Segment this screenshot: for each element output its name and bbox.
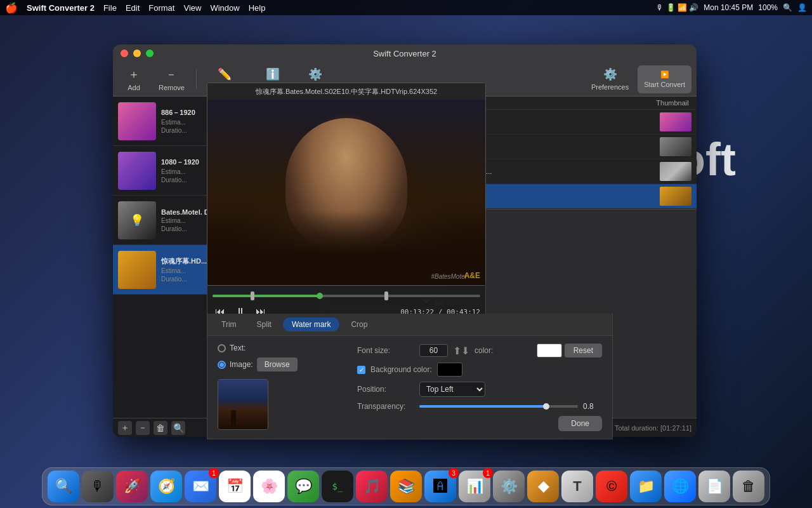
transparency-thumb[interactable] — [543, 403, 549, 410]
app-name[interactable]: Swift Converter 2 — [27, 3, 95, 13]
position-row: Position: Top Left Top Right Bottom Left… — [357, 382, 602, 397]
dock-messages[interactable]: 💬 — [287, 471, 319, 502]
dock-migration[interactable]: 📁 — [630, 471, 662, 502]
close-button[interactable] — [121, 50, 128, 57]
transparency-slider[interactable] — [419, 405, 578, 408]
window-controls — [121, 50, 154, 57]
appstore-badge: 3 — [449, 468, 459, 478]
bg-color-row: Background color: — [357, 363, 602, 377]
progress-track[interactable] — [213, 295, 480, 297]
position-select[interactable]: Top Left Top Right Bottom Left Bottom Ri… — [419, 382, 485, 397]
trim-handle-right[interactable] — [384, 291, 388, 300]
dock-siri[interactable]: 🎙 — [82, 471, 114, 502]
mail-icon: ✉️ — [192, 478, 209, 495]
cleanmymac-icon: 🌐 — [672, 478, 689, 495]
done-button[interactable]: Done — [558, 416, 602, 431]
video-frame[interactable]: #BatesMotel A&E — [207, 100, 485, 285]
appstore-icon: 🅰 — [433, 478, 447, 495]
sysprefs-icon: ⚙️ — [501, 478, 518, 495]
reset-button[interactable]: Reset — [565, 344, 602, 358]
bg-color-swatch[interactable] — [437, 363, 462, 377]
dock-activity[interactable]: 📊 1 — [459, 471, 490, 502]
dock-calendar[interactable]: 📅 — [219, 471, 251, 502]
color-swatch[interactable] — [537, 344, 562, 358]
menu-help[interactable]: Help — [249, 3, 266, 13]
video-title-bar: 惊魂序幕.Bates.Motel.S02E10.中笑字幕.HDTVrip.624… — [207, 83, 485, 100]
dock-trash[interactable]: 🗑 — [733, 471, 764, 502]
tab-crop[interactable]: Crop — [342, 318, 376, 331]
title-bar: Swift Converter 2 — [113, 44, 697, 62]
dock-music[interactable]: 🎵 — [356, 471, 388, 502]
dock-finder[interactable]: 🔍 — [48, 471, 79, 502]
migration-icon: 📁 — [638, 478, 655, 495]
dock-sublime[interactable]: ◆ — [527, 471, 559, 502]
browse-button[interactable]: Browse — [257, 358, 298, 371]
menu-format[interactable]: Format — [148, 3, 174, 13]
dock-launchpad[interactable]: 🚀 — [116, 471, 148, 502]
menu-file[interactable]: File — [103, 3, 117, 13]
image-radio-label[interactable]: Image: Browse — [218, 358, 344, 371]
dock-photos[interactable]: 🌸 — [253, 471, 285, 502]
dock: 🔍 🎙 🚀 🧭 ✉️ 1 📅 🌸 💬 — [42, 467, 770, 505]
text-radio[interactable] — [218, 344, 226, 352]
preview-tree — [231, 410, 236, 429]
dock-typora[interactable]: T — [561, 471, 593, 502]
position-label: Position: — [357, 385, 414, 394]
trim-handle-left[interactable] — [251, 291, 254, 300]
activity-badge: 1 — [483, 468, 493, 478]
font-size-label: Font size: — [357, 346, 414, 355]
video-content — [207, 100, 485, 285]
menubar-search-icon[interactable]: 🔍 — [783, 3, 792, 12]
tab-split[interactable]: Split — [248, 318, 280, 331]
zoom-button[interactable]: 🔍 — [171, 421, 185, 435]
dock-fileinfo[interactable]: 📄 — [698, 471, 730, 502]
menu-edit[interactable]: Edit — [126, 3, 140, 13]
tab-watermark[interactable]: Water mark — [283, 318, 340, 331]
menu-window[interactable]: Window — [210, 3, 239, 13]
media-info-icon: ℹ️ — [266, 67, 280, 81]
trash-icon: 🗑 — [742, 478, 756, 495]
apple-menu-icon[interactable]: 🍎 — [5, 2, 18, 14]
transparency-label: Transparency: — [357, 402, 414, 411]
font-size-input[interactable]: 60 — [419, 344, 448, 357]
sublime-icon: ◆ — [538, 478, 549, 495]
dock-books[interactable]: 📚 — [390, 471, 422, 502]
thumb-img-4 — [660, 187, 691, 206]
dock-cleanmymac[interactable]: 🌐 — [664, 471, 696, 502]
start-convert-button[interactable]: ▶️ Start Convert — [638, 65, 691, 93]
add-button[interactable]: ＋ Add — [118, 65, 150, 93]
dock-safari[interactable]: 🧭 — [150, 471, 182, 502]
menubar-time: Mon 10:45 PM — [704, 3, 753, 12]
watermark-type-group: Text: Image: Browse — [218, 344, 344, 371]
delete-file-button[interactable]: 🗑 — [154, 421, 167, 435]
channel-logo: A&E — [464, 271, 480, 280]
dock-appstore[interactable]: 🅰 3 — [424, 471, 456, 502]
launchpad-icon: 🚀 — [124, 478, 141, 495]
mail-badge: 1 — [209, 468, 219, 478]
edit-media-icon: ✏️ — [218, 67, 232, 81]
tab-trim[interactable]: Trim — [213, 318, 246, 331]
add-icon: ＋ — [128, 67, 140, 82]
dock-terminal[interactable]: $_ — [322, 471, 353, 502]
start-convert-label: Start Convert — [644, 81, 685, 88]
remove-button[interactable]: － Remove — [152, 65, 191, 93]
text-radio-label[interactable]: Text: — [218, 344, 344, 352]
video-player: 惊魂序幕.Bates.Motel.S02E10.中笑字幕.HDTVrip.624… — [207, 83, 486, 286]
preferences-button[interactable]: ⚙️ Preferences — [585, 65, 635, 93]
status-bar-buttons: ＋ － 🗑 🔍 — [118, 421, 185, 435]
dock-pocket[interactable]: © — [596, 471, 627, 502]
progress-thumb[interactable] — [317, 293, 323, 299]
menubar-user-icon[interactable]: 👤 — [797, 3, 807, 12]
remove-file-button[interactable]: － — [136, 421, 150, 435]
dock-sysprefs[interactable]: ⚙️ — [493, 471, 525, 502]
maximize-button[interactable] — [146, 50, 154, 57]
dock-mail[interactable]: ✉️ 1 — [185, 471, 216, 502]
typora-icon: T — [573, 478, 581, 495]
image-radio[interactable] — [218, 361, 226, 369]
minimize-button[interactable] — [133, 50, 141, 57]
menu-view[interactable]: View — [183, 3, 201, 13]
bg-color-checkbox[interactable] — [357, 366, 365, 374]
preferences-icon: ⚙️ — [603, 67, 617, 81]
add-file-button[interactable]: ＋ — [118, 421, 132, 435]
thumb-img-1 — [660, 112, 691, 131]
